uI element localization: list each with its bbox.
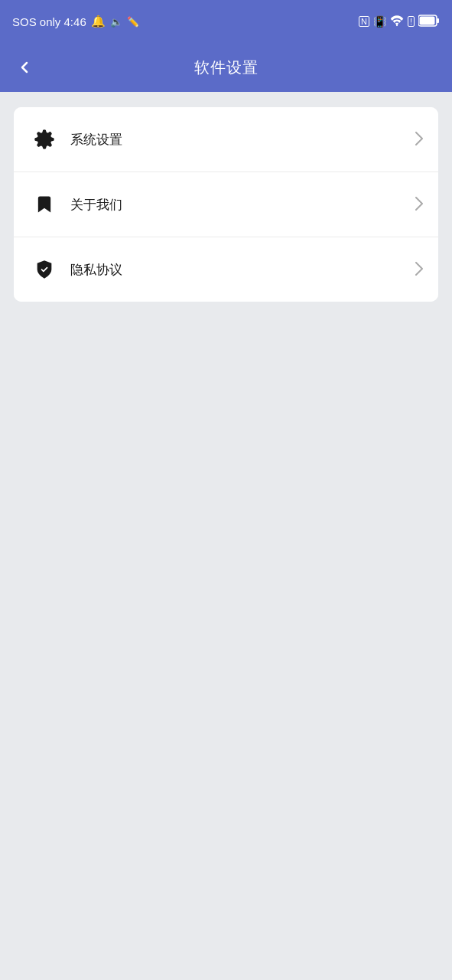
page-title: 软件设置 (194, 57, 259, 78)
bell-icon: 🔔 (91, 15, 106, 28)
system-settings-chevron (415, 132, 423, 148)
privacy-policy-item[interactable]: 隐私协议 (14, 237, 438, 302)
vibrate-icon: 📳 (373, 15, 386, 28)
shield-check-icon (29, 254, 60, 285)
signal-warning-icon: ! (408, 16, 415, 27)
app-bar: 软件设置 (0, 43, 452, 92)
bookmark-icon (29, 189, 60, 220)
nfc-icon: N (359, 16, 369, 27)
svg-point-0 (396, 24, 398, 25)
about-us-label: 关于我们 (70, 196, 415, 214)
privacy-policy-chevron (415, 262, 423, 278)
system-settings-label: 系统设置 (70, 131, 415, 149)
back-button[interactable] (15, 58, 34, 77)
gear-icon (29, 124, 60, 155)
pencil-icon: ✏️ (127, 16, 139, 28)
content-area: 系统设置 关于我们 (0, 92, 452, 317)
svg-rect-2 (437, 18, 439, 23)
about-us-item[interactable]: 关于我们 (14, 172, 438, 237)
system-settings-item[interactable]: 系统设置 (14, 107, 438, 172)
status-left: SOS only 4:46 🔔 🔈 ✏️ (12, 15, 139, 28)
settings-menu-card: 系统设置 关于我们 (14, 107, 438, 302)
wifi-icon (390, 15, 404, 29)
status-text: SOS only 4:46 (12, 15, 86, 28)
privacy-policy-label: 隐私协议 (70, 261, 415, 279)
about-us-chevron (415, 197, 423, 213)
status-right: N 📳 ! (359, 15, 440, 29)
volume-icon: 🔈 (110, 16, 122, 28)
battery-icon (418, 15, 440, 29)
status-bar: SOS only 4:46 🔔 🔈 ✏️ N 📳 ! (0, 0, 452, 43)
svg-rect-3 (420, 16, 435, 24)
